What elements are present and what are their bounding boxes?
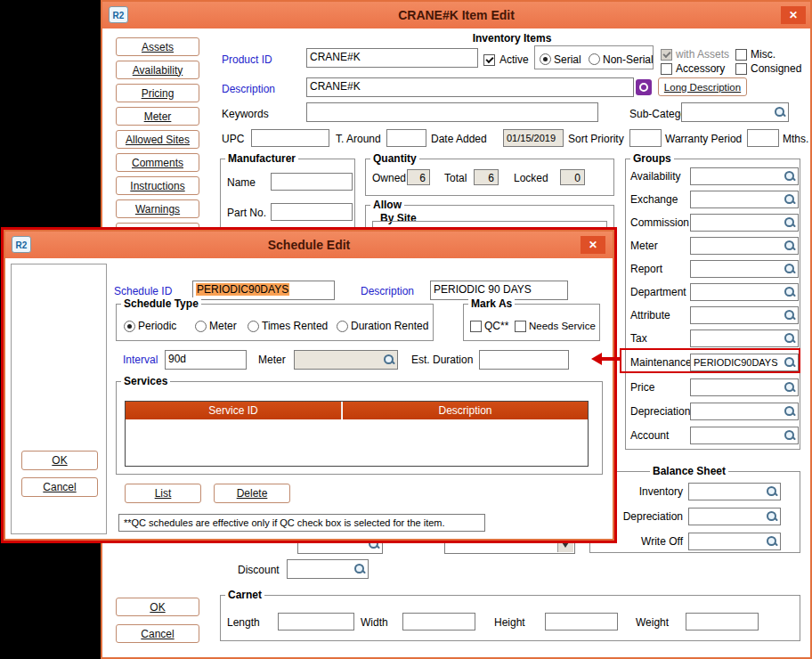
keywords-field[interactable] <box>306 102 598 122</box>
interval-field[interactable]: 90d <box>165 350 247 370</box>
group-label-exchange: Exchange <box>630 193 678 206</box>
manufacturer-part-no-label: Part No. <box>227 207 266 219</box>
carnet-length-field[interactable] <box>278 613 354 631</box>
upc-field[interactable] <box>251 129 329 147</box>
schedule-id-field[interactable]: PERIODIC90DAYS <box>192 281 335 300</box>
duration-rented-radio[interactable] <box>337 321 348 332</box>
group-label-attribute: Attribute <box>630 309 670 321</box>
quantity-group-title: Quantity <box>370 152 419 165</box>
group-field-department[interactable] <box>690 283 799 301</box>
group-field-attribute[interactable] <box>690 306 799 324</box>
lookup-icon[interactable] <box>783 404 797 419</box>
needs-service-checkbox[interactable] <box>515 321 526 332</box>
sidebar-button-availability[interactable]: Availability <box>116 61 199 79</box>
lookup-icon[interactable] <box>382 353 396 367</box>
group-field-account[interactable] <box>690 427 799 444</box>
carnet-weight-field[interactable] <box>686 613 759 631</box>
main-close-button[interactable]: ✕ <box>781 6 806 24</box>
misc-checkbox[interactable] <box>735 49 747 61</box>
carnet-height-field[interactable] <box>545 613 618 631</box>
lookup-icon[interactable] <box>765 484 779 499</box>
product-id-field[interactable]: CRANE#K <box>306 48 478 68</box>
carnet-weight-label: Weight <box>636 616 669 629</box>
consigned-checkbox[interactable] <box>735 63 747 75</box>
description-label: Description <box>222 83 275 95</box>
est-duration-field[interactable] <box>479 350 569 370</box>
lookup-icon[interactable] <box>783 331 797 346</box>
services-title: Services <box>121 375 170 387</box>
bs-field-write-off[interactable] <box>688 533 781 550</box>
group-field-commission[interactable] <box>690 214 799 232</box>
qc-mark-checkbox[interactable] <box>470 321 482 332</box>
bs-field-inventory[interactable] <box>688 483 781 500</box>
bs-field-depreciation[interactable] <box>688 508 781 525</box>
locked-label: Locked <box>514 172 548 184</box>
sub-category-field[interactable] <box>681 102 789 122</box>
group-field-price[interactable] <box>690 378 799 396</box>
lookup-icon[interactable] <box>353 562 367 576</box>
serial-radio[interactable] <box>540 53 551 65</box>
lookup-icon[interactable] <box>783 262 797 276</box>
sidebar-button-pricing[interactable]: Pricing <box>116 84 199 102</box>
sidebar-button-comments[interactable]: Comments <box>116 153 199 172</box>
manufacturer-part-no-field[interactable] <box>271 203 353 221</box>
services-col-description: Description <box>343 402 588 419</box>
group-field-meter[interactable] <box>690 237 799 255</box>
group-field-depreciation[interactable] <box>690 403 799 420</box>
lookup-icon[interactable] <box>783 239 797 253</box>
delete-button[interactable]: Delete <box>214 484 290 503</box>
dialog-ok-button[interactable]: OK <box>21 451 98 470</box>
group-field-report[interactable] <box>690 260 799 278</box>
lookup-icon[interactable] <box>765 534 779 549</box>
times-rented-radio[interactable] <box>248 321 259 332</box>
lookup-icon[interactable] <box>783 169 797 183</box>
discount-field[interactable] <box>287 559 369 579</box>
sidebar-button-allowed-sites[interactable]: Allowed Sites <box>116 130 199 149</box>
group-field-availability[interactable] <box>690 167 799 185</box>
lookup-icon[interactable] <box>783 192 797 207</box>
sort-priority-label: Sort Priority <box>568 133 624 145</box>
group-field-tax[interactable] <box>690 330 799 347</box>
form-header: Inventory Items <box>316 32 708 45</box>
lookup-icon[interactable] <box>783 380 797 395</box>
lookup-icon[interactable] <box>783 216 797 230</box>
manufacturer-name-label: Name <box>227 176 256 189</box>
lookup-icon[interactable] <box>773 105 787 119</box>
lookup-icon[interactable] <box>765 509 779 524</box>
accessory-checkbox[interactable] <box>661 63 672 75</box>
mths-label: Mths. <box>783 133 808 145</box>
non-serial-radio[interactable] <box>589 53 600 65</box>
t-around-label: T. Around <box>336 133 381 145</box>
carnet-width-field[interactable] <box>402 613 475 631</box>
sidebar-button-meter[interactable]: Meter <box>116 107 199 126</box>
dialog-close-button[interactable]: ✕ <box>581 236 605 254</box>
active-checkbox[interactable] <box>483 54 495 66</box>
lookup-icon[interactable] <box>783 308 797 322</box>
sidebar-button-warnings[interactable]: Warnings <box>116 199 199 218</box>
interval-label: Interval <box>123 354 158 366</box>
services-table: Service ID Description <box>125 401 589 467</box>
total-label: Total <box>444 172 467 184</box>
long-description-button[interactable]: Long Description <box>658 77 747 96</box>
description-options-icon[interactable] <box>636 79 652 95</box>
main-ok-button[interactable]: OK <box>116 598 199 616</box>
t-around-field[interactable] <box>386 129 426 147</box>
periodic-radio[interactable] <box>124 321 135 332</box>
manufacturer-name-field[interactable] <box>271 173 353 191</box>
annotation-highlight-box <box>620 348 800 373</box>
lookup-icon[interactable] <box>783 428 797 443</box>
sort-priority-field[interactable] <box>629 129 662 147</box>
main-cancel-button[interactable]: Cancel <box>116 624 199 643</box>
meter-radio[interactable] <box>195 321 207 332</box>
groups-group-title: Groups <box>630 152 674 165</box>
dialog-cancel-button[interactable]: Cancel <box>21 477 98 497</box>
warranty-period-field[interactable] <box>747 129 779 147</box>
mark-as-title: Mark As <box>468 297 515 310</box>
with-assets-checkbox[interactable] <box>661 49 672 61</box>
group-field-exchange[interactable] <box>690 191 799 208</box>
lookup-icon[interactable] <box>783 285 797 299</box>
sidebar-button-assets[interactable]: Assets <box>116 37 199 56</box>
description-field[interactable]: CRANE#K <box>306 77 634 97</box>
list-button[interactable]: List <box>125 484 201 503</box>
sidebar-button-instructions[interactable]: Instructions <box>116 176 199 195</box>
